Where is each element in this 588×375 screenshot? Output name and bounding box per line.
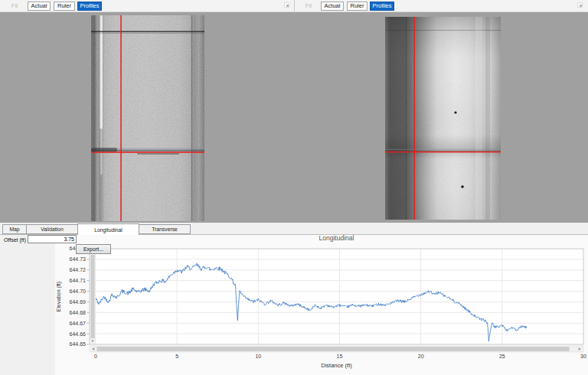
crosshair-horizontal-left[interactable] xyxy=(91,152,204,153)
chart-title: Longitudinal xyxy=(319,234,354,242)
h-scrollbar-thumb[interactable] xyxy=(97,347,570,351)
fit-button-right: Fit xyxy=(299,2,318,11)
y-tick-label: 644.72 xyxy=(70,267,87,272)
y-tick-label: 644.68 xyxy=(70,310,87,315)
v-scrollbar-thumb[interactable] xyxy=(91,255,95,338)
ruler-button-left[interactable]: Ruler xyxy=(54,2,75,11)
scan-left-texture xyxy=(91,15,204,221)
toolbar-row: Fit Actual Ruler Profiles Fit Actual Rul… xyxy=(0,0,588,12)
profiles-button-left[interactable]: Profiles xyxy=(77,2,102,11)
tab-map[interactable]: Map xyxy=(2,224,27,234)
y-tick-label: 644.67 xyxy=(70,321,87,326)
crosshair-vertical-right[interactable] xyxy=(414,17,416,220)
actual-button-left[interactable]: Actual xyxy=(28,2,51,11)
actual-button-right[interactable]: Actual xyxy=(321,2,344,11)
x-tick-label: 20 xyxy=(418,354,424,359)
tab-longitudinal[interactable]: Longitudinal xyxy=(77,223,139,235)
x-tick-label: 5 xyxy=(175,354,178,359)
scan-image-left[interactable] xyxy=(91,15,204,221)
fit-button-left: Fit xyxy=(5,2,24,11)
ruler-button-right[interactable]: Ruler xyxy=(347,2,368,11)
y-axis-label: Elevation (ft) xyxy=(56,282,62,311)
application-window: Fit Actual Ruler Profiles Fit Actual Rul… xyxy=(0,0,588,375)
toolbar-overflow-icon[interactable] xyxy=(577,2,583,8)
crosshair-horizontal-right[interactable] xyxy=(385,152,501,153)
y-tick-label: 644.66 xyxy=(70,331,87,337)
x-tick-label: 15 xyxy=(337,354,343,359)
profile-tab-strip: Map Validation Longitudinal Transverse xyxy=(0,223,588,235)
x-tick-label: 10 xyxy=(255,354,261,359)
offset-input[interactable] xyxy=(28,235,77,243)
offset-label: Offset (ft) xyxy=(4,237,26,243)
tab-transverse[interactable]: Transverse xyxy=(139,224,191,234)
export-button[interactable]: Export... xyxy=(76,244,111,254)
profiles-button-right[interactable]: Profiles xyxy=(370,2,394,11)
profiles-panel: Map Validation Longitudinal Transverse O… xyxy=(0,223,588,375)
x-tick-label: 30 xyxy=(580,354,586,359)
y-tick-label: 644.69 xyxy=(70,299,87,305)
y-tick-label: 644.71 xyxy=(70,278,87,283)
y-tick-label: 644.65 xyxy=(70,341,87,347)
pane-divider xyxy=(294,0,295,11)
toolbar-overflow-icon[interactable] xyxy=(284,2,289,8)
scan-image-right[interactable] xyxy=(385,17,501,220)
y-tick-label: 644.73 xyxy=(70,256,87,262)
scan-right-texture xyxy=(385,17,501,220)
x-tick-label: 0 xyxy=(94,354,97,359)
x-tick-label: 25 xyxy=(499,354,505,359)
x-axis-label: Distance (ft) xyxy=(321,362,352,369)
y-tick-label: 644.70 xyxy=(70,289,87,294)
tab-validation[interactable]: Validation xyxy=(26,224,78,234)
crosshair-vertical-left[interactable] xyxy=(120,15,122,221)
plot-area xyxy=(90,249,583,344)
scan-view-area xyxy=(0,12,588,223)
